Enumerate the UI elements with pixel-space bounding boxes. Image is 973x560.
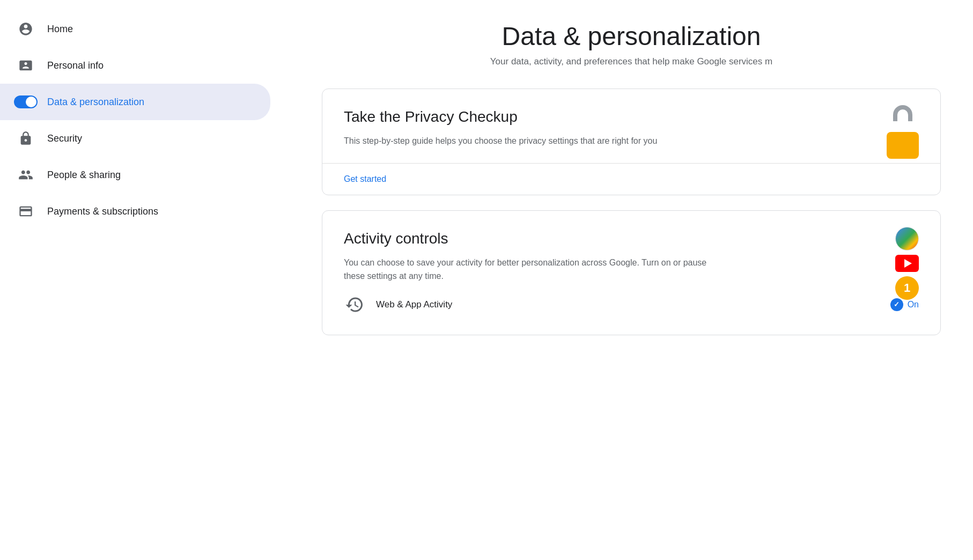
sidebar: Home Personal info Data & personalizatio… <box>0 0 279 560</box>
activity-illustration: 1 <box>895 227 919 300</box>
payment-icon <box>17 203 34 220</box>
sidebar-item-home-label: Home <box>47 24 73 35</box>
activity-status-badge: On <box>890 298 919 311</box>
get-started-link[interactable]: Get started <box>344 174 386 183</box>
activity-controls-title: Activity controls <box>344 230 919 247</box>
activity-controls-card: Activity controls You can choose to save… <box>322 210 941 335</box>
google-icon <box>895 227 919 250</box>
privacy-checkup-footer: Get started <box>322 163 940 195</box>
activity-controls-body: Activity controls You can choose to save… <box>322 211 940 335</box>
privacy-checkup-description: This step-by-step guide helps you choose… <box>344 134 709 148</box>
person-icon <box>17 57 34 74</box>
main-content: Data & personalization Your data, activi… <box>279 0 973 560</box>
sidebar-item-personal-info-label: Personal info <box>47 60 104 71</box>
youtube-icon <box>895 255 919 272</box>
number-badge: 1 <box>895 276 919 300</box>
sidebar-item-personal-info[interactable]: Personal info <box>0 47 270 84</box>
activity-controls-description: You can choose to save your activity for… <box>344 256 709 283</box>
youtube-play-icon <box>904 259 912 268</box>
toggle-on-icon <box>17 93 34 110</box>
page-subtitle: Your data, activity, and preferences tha… <box>322 56 941 67</box>
status-check-icon <box>890 298 903 311</box>
sidebar-item-security[interactable]: Security <box>0 120 270 157</box>
sidebar-item-people-sharing-label: People & sharing <box>47 170 121 181</box>
page-title: Data & personalization <box>322 21 941 51</box>
web-app-activity-label: Web & App Activity <box>376 299 880 310</box>
sidebar-item-payments-label: Payments & subscriptions <box>47 206 158 217</box>
sidebar-item-people-sharing[interactable]: People & sharing <box>0 157 270 193</box>
lock-illustration <box>887 105 919 159</box>
web-app-activity-item[interactable]: Web & App Activity On <box>344 283 919 320</box>
people-icon <box>17 166 34 183</box>
privacy-checkup-card: Take the Privacy Checkup This step-by-st… <box>322 89 941 195</box>
sidebar-item-data-personalization-label: Data & personalization <box>47 97 144 108</box>
lock-shackle <box>893 105 912 121</box>
sidebar-item-payments[interactable]: Payments & subscriptions <box>0 193 270 230</box>
privacy-checkup-body: Take the Privacy Checkup This step-by-st… <box>322 89 940 163</box>
activity-status-text: On <box>908 300 919 310</box>
sidebar-item-home[interactable]: Home <box>0 11 270 47</box>
history-icon <box>344 294 365 315</box>
sidebar-item-data-personalization[interactable]: Data & personalization <box>0 84 270 120</box>
home-icon <box>17 20 34 38</box>
sidebar-item-security-label: Security <box>47 133 82 144</box>
lock-body <box>887 132 919 159</box>
privacy-checkup-title: Take the Privacy Checkup <box>344 108 919 126</box>
security-icon <box>17 130 34 147</box>
